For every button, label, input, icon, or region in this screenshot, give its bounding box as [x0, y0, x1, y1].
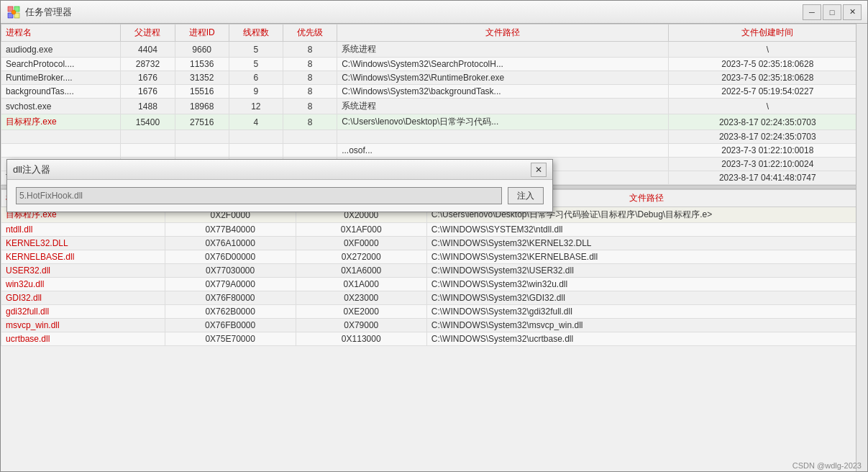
table-cell: 0X23000 — [296, 291, 426, 305]
table-cell: 0X762B0000 — [165, 305, 296, 319]
table-row[interactable]: KERNEL32.DLL0X76A100000XF0000C:\WINDOWS\… — [1, 237, 867, 250]
table-cell: 0X113000 — [296, 332, 426, 346]
dll-injector-dialog[interactable]: dll注入器 ✕ 注入 — [6, 159, 553, 212]
table-cell: backgroundTas.... — [1, 85, 121, 99]
table-cell: C:\WINDOWS\System32\msvcp_win.dll — [426, 319, 867, 332]
table-cell: 9660 — [175, 42, 229, 58]
col-header-process-name: 进程名 — [1, 24, 121, 42]
table-cell: 0XF0000 — [296, 237, 426, 250]
table-row[interactable]: ntdll.dll0X77B400000X1AF000C:\WINDOWS\SY… — [1, 223, 867, 237]
table-cell: C:\WINDOWS\System32\GDI32.dll — [426, 291, 867, 305]
module-table-section[interactable]: 模块名 模块基址 模块大小 文件路径 目标程序.exe0X2F00000X200… — [1, 189, 867, 471]
table-cell: 8 — [283, 58, 337, 71]
watermark: CSDN @wdlg-2023 — [792, 461, 862, 470]
table-cell: 2022-5-7 05:19:54:0227 — [668, 85, 867, 99]
table-cell: 系统进程 — [337, 99, 668, 114]
table-cell — [121, 144, 175, 158]
table-cell — [283, 130, 337, 144]
table-cell: 27516 — [175, 114, 229, 130]
maximize-button[interactable]: □ — [823, 4, 841, 20]
table-cell: C:\WINDOWS\System32\KERNELBASE.dll — [426, 250, 867, 264]
table-cell: 6 — [229, 71, 283, 85]
table-cell — [337, 130, 668, 144]
table-cell — [175, 130, 229, 144]
table-row[interactable]: RuntimeBroker....16763135268C:\Windows\S… — [1, 71, 867, 85]
table-cell: SearchProtocol.... — [1, 58, 121, 71]
table-row[interactable]: GDI32.dll0X76F800000X23000C:\WINDOWS\Sys… — [1, 291, 867, 305]
table-row[interactable]: svchost.exe148818968128系统进程\ — [1, 99, 867, 114]
close-button[interactable]: ✕ — [843, 4, 862, 20]
module-table: 模块名 模块基址 模块大小 文件路径 目标程序.exe0X2F00000X200… — [1, 189, 867, 346]
table-cell: 0X1A6000 — [296, 264, 426, 278]
table-cell: C:\Windows\System32\RuntimeBroker.exe — [337, 71, 668, 85]
table-cell: ...osof... — [337, 144, 668, 158]
table-cell: 18968 — [175, 99, 229, 114]
dialog-title-bar: dll注入器 ✕ — [7, 160, 552, 180]
table-cell: 5 — [229, 58, 283, 71]
table-row[interactable]: ...osof...2023-7-3 01:22:10:0018 — [1, 144, 867, 158]
col-header-priority: 优先级 — [283, 24, 337, 42]
table-cell: 8 — [283, 42, 337, 58]
table-cell: RuntimeBroker.... — [1, 71, 121, 85]
table-cell: 8 — [283, 71, 337, 85]
title-bar: 任务管理器 ─ □ ✕ — [1, 1, 867, 24]
dll-path-input[interactable] — [16, 187, 502, 204]
table-cell: ucrtbase.dll — [1, 332, 165, 346]
table-cell: C:\WINDOWS\System32\USER32.dll — [426, 264, 867, 278]
table-row[interactable]: KERNELBASE.dll0X76D000000X272000C:\WINDO… — [1, 250, 867, 264]
table-cell: C:\WINDOWS\System32\ucrtbase.dll — [426, 332, 867, 346]
table-row[interactable]: gdi32full.dll0X762B00000XE2000C:\WINDOWS… — [1, 305, 867, 319]
table-cell: 1676 — [121, 85, 175, 99]
table-row[interactable]: ucrtbase.dll0X75E700000X113000C:\WINDOWS… — [1, 332, 867, 346]
table-cell: 8 — [283, 114, 337, 130]
app-icon — [6, 5, 21, 19]
table-row[interactable]: msvcp_win.dll0X76FB00000X79000C:\WINDOWS… — [1, 319, 867, 332]
dialog-close-button[interactable]: ✕ — [531, 163, 547, 177]
table-cell: ntdll.dll — [1, 223, 165, 237]
table-cell: GDI32.dll — [1, 291, 165, 305]
table-cell: 2023-7-5 02:35:18:0628 — [668, 71, 867, 85]
table-cell: 2023-7-3 01:22:10:0018 — [668, 144, 867, 158]
col-header-thread-count: 线程数 — [229, 24, 283, 42]
table-cell: KERNEL32.DLL — [1, 237, 165, 250]
table-cell: 0X272000 — [296, 250, 426, 264]
table-cell: 8 — [283, 99, 337, 114]
table-cell: \ — [668, 42, 867, 58]
table-row[interactable]: audiodg.exe4404966058系统进程\ — [1, 42, 867, 58]
table-cell: 11536 — [175, 58, 229, 71]
inject-button[interactable]: 注入 — [508, 187, 544, 204]
table-cell: C:\WINDOWS\SYSTEM32\ntdll.dll — [426, 223, 867, 237]
table-row[interactable]: backgroundTas....16761551698C:\Windows\S… — [1, 85, 867, 99]
dialog-title: dll注入器 — [13, 163, 531, 176]
table-row[interactable]: 目标程序.exe154002751648C:\Users\lenovo\Desk… — [1, 114, 867, 130]
table-cell: 0X76A10000 — [165, 237, 296, 250]
table-cell: win32u.dll — [1, 278, 165, 291]
table-cell: 2023-8-17 02:24:35:0703 — [668, 114, 867, 130]
table-cell: 2023-7-3 01:22:10:0024 — [668, 158, 867, 171]
table-cell: 12 — [229, 99, 283, 114]
table-row[interactable]: SearchProtocol....287321153658C:\Windows… — [1, 58, 867, 71]
table-cell: 系统进程 — [337, 42, 668, 58]
table-cell: 0X1AF000 — [296, 223, 426, 237]
table-cell: 9 — [229, 85, 283, 99]
table-cell: C:\Users\lenovo\Desktop\日常学习代码... — [337, 114, 668, 130]
table-cell: msvcp_win.dll — [1, 319, 165, 332]
table-row[interactable]: win32u.dll0X779A00000X1A000C:\WINDOWS\Sy… — [1, 278, 867, 291]
table-cell: 目标程序.exe — [1, 114, 121, 130]
table-cell: audiodg.exe — [1, 42, 121, 58]
scrollbar[interactable] — [856, 24, 867, 471]
minimize-button[interactable]: ─ — [803, 4, 821, 20]
dialog-body: 注入 — [7, 180, 552, 212]
table-cell: C:\Windows\System32\SearchProtocolH... — [337, 58, 668, 71]
table-cell: 0X76FB0000 — [165, 319, 296, 332]
table-cell: 2023-8-17 04:41:48:0747 — [668, 171, 867, 185]
main-content: 进程名 父进程 进程ID 线程数 优先级 文件路径 文件创建时间 audiodg… — [1, 24, 867, 471]
table-cell: 4 — [229, 114, 283, 130]
col-header-file-time: 文件创建时间 — [668, 24, 867, 42]
table-cell: 4404 — [121, 42, 175, 58]
table-cell: 0X1A000 — [296, 278, 426, 291]
table-row[interactable]: 2023-8-17 02:24:35:0703 — [1, 130, 867, 144]
table-row[interactable]: USER32.dll0X770300000X1A6000C:\WINDOWS\S… — [1, 264, 867, 278]
table-cell: 0X79000 — [296, 319, 426, 332]
table-cell: 0X76D00000 — [165, 250, 296, 264]
